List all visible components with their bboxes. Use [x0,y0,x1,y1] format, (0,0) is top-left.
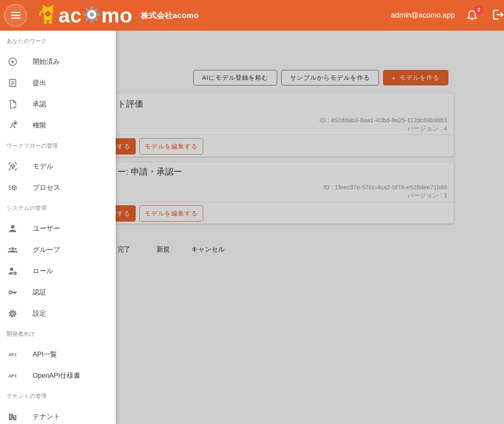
model-version: バージョン : 4 [320,124,447,132]
model-version: バージョン : 1 [323,191,447,200]
sidebar-item-label: 提出 [33,79,46,87]
sidebar-item-openapi-spec[interactable]: API OpenAPI仕様書 [0,365,116,386]
user-icon [7,223,18,234]
settings-gear-icon [7,308,18,319]
api-icon: API [7,370,18,381]
logout-button[interactable] [491,8,504,23]
section-system-management: システムの管理 [0,198,116,218]
wordmark-suffix: mo [101,5,133,26]
group-icon [7,245,18,255]
logout-icon [491,8,504,22]
permissions-lock-icon [7,120,18,131]
building-icon [7,411,18,422]
ai-register-model-button[interactable]: AIにモデル登録を頼む [193,70,277,85]
sidebar-item-label: プロセス [33,183,60,192]
notification-badge: 2 [475,6,483,14]
sidebar-item-label: 認証 [33,288,46,297]
section-tenant-management: テナントの管理 [0,386,116,406]
sidebar-item-label: ロール [33,267,53,276]
sidebar-item-label: 権限 [33,121,46,130]
sidebar-item-processes[interactable]: プロセス [0,177,116,198]
svg-text:API: API [9,374,17,379]
sidebar-item-submit[interactable]: 提出 [0,72,116,94]
sidebar-item-tenants[interactable]: テナント [0,406,116,424]
section-for-developers: 開発者向け [0,324,116,344]
create-model-from-sample-button[interactable]: サンプルからモデルを作る [281,70,379,85]
model-title: ト評価 [117,98,143,110]
model-id: ID : 1feec97e-57cc-4ca2-bf74-e528dee71b9… [323,183,447,191]
sidebar-item-started[interactable]: 開始済み [0,51,116,72]
status-filter-done[interactable]: 完了 [117,245,130,254]
sidebar-item-models[interactable]: モデル [0,156,116,177]
sidebar-item-users[interactable]: ユーザー [0,218,116,239]
model-meta: ID : 1feec97e-57cc-4ca2-bf74-e528dee71b9… [323,183,447,200]
create-model-button[interactable]: + モデルを作る [383,70,448,85]
role-gear-icon [7,266,18,276]
section-workflow-management: ワークフローの管理 [0,136,116,156]
plus-icon: + [392,74,396,81]
create-model-label: モデルを作る [400,74,440,82]
sidebar-item-label: OpenAPI仕様書 [33,371,80,380]
sidebar-item-auth[interactable]: 認証 [0,282,116,303]
sidebar-item-permissions[interactable]: 権限 [0,115,116,136]
process-cube-icon [7,182,18,193]
model-id: ID : 452ddab3-8aa1-40bd-8a25-112dc68b96b… [320,116,447,124]
sidebar-item-label: ユーザー [33,224,60,233]
sidebar-item-settings[interactable]: 設定 [0,303,116,324]
sidebar-item-label: API一覧 [33,350,57,359]
play-circle-icon [7,56,18,67]
sidebar-item-groups[interactable]: グループ [0,239,116,260]
navigation-drawer: あなたのワーク 開始済み 提出 承認 権限 ワークフローの管理 [0,31,116,424]
sidebar-item-label: 承認 [33,100,46,109]
app-page: AIにモデル登録を頼む サンプルからモデルを作る + モデルを作る ト評価 ID… [0,0,504,424]
sidebar-item-api-list[interactable]: API API一覧 [0,344,116,365]
sidebar-item-roles[interactable]: ロール [0,260,116,282]
hamburger-icon [11,12,20,19]
api-icon: API [7,349,18,360]
status-filter-new[interactable]: 新規 [157,245,170,254]
sidebar-item-label: テナント [33,412,60,421]
svg-text:API: API [9,352,17,357]
sidebar-item-label: グループ [33,245,60,254]
document-check-icon [7,99,18,110]
key-icon [7,287,18,298]
status-filter-cancel[interactable]: キャンセル [191,245,225,254]
notifications-button[interactable]: 2 [466,9,479,22]
menu-button[interactable] [4,4,27,27]
sidebar-item-approve[interactable]: 承認 [0,94,116,115]
wordmark-prefix: ac [58,5,82,26]
section-your-work: あなたのワーク [0,31,116,51]
gear-o-icon [83,5,101,27]
mascot-logo-icon [38,4,57,27]
document-icon [7,78,18,88]
model-meta: ID : 452ddab3-8aa1-40bd-8a25-112dc68b96b… [320,116,447,132]
brand-wordmark: ac mo [58,4,133,26]
sidebar-item-label: 設定 [33,309,46,318]
edit-model-button[interactable]: モデルを編集する [139,205,203,222]
app-header: ac mo [0,0,504,31]
sidebar-item-label: モデル [33,162,54,171]
sidebar-item-label: 開始済み [33,57,60,66]
edit-model-button[interactable]: モデルを編集する [139,138,203,155]
model-cube-icon [7,161,18,172]
user-email: admin@acomo.app [391,11,455,20]
model-title: ー: 申請・承認ー [117,166,182,177]
company-name: 株式会社acomo [141,10,199,21]
